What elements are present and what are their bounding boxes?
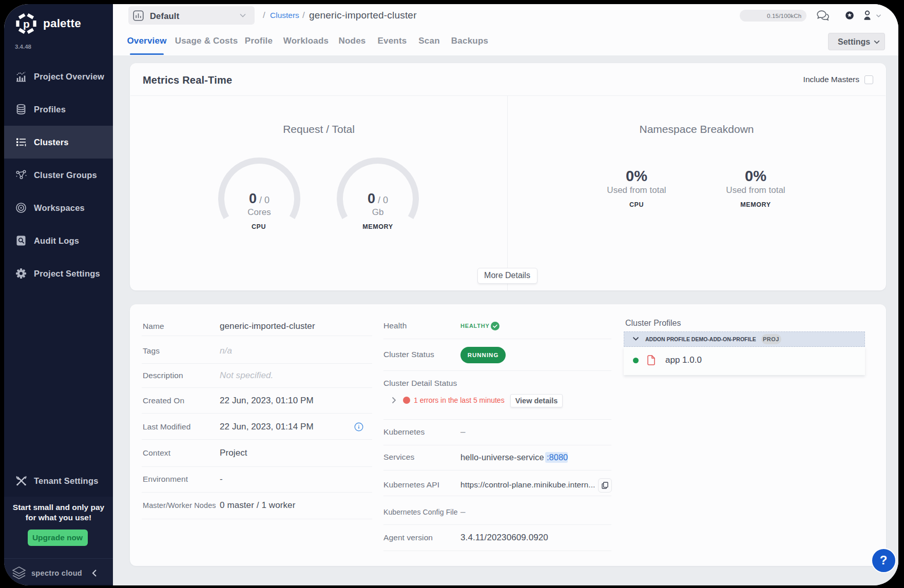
svg-text:p: p [23, 18, 30, 30]
